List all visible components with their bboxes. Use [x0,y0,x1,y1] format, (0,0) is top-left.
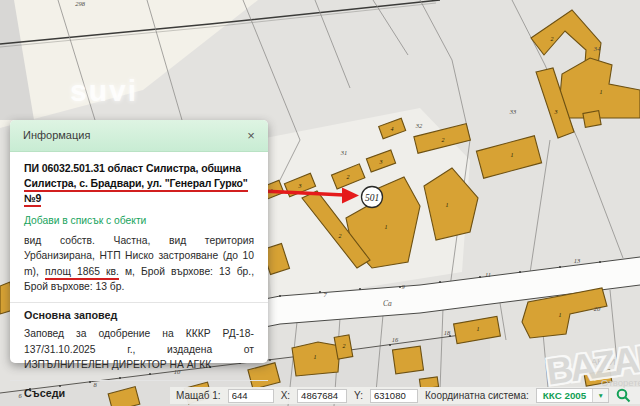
info-panel-body: ПИ 06032.501.31 област Силистра, община … [10,152,268,294]
close-icon[interactable]: × [243,120,259,151]
chevron-down-icon: ▼ [592,389,608,402]
property-title-line2: Силистра, с. Брадвари, ул. "Генерал Гурк… [24,177,248,207]
order-text: Заповед за одобрение на КККР РД-18-137/3… [10,321,268,372]
parcel-number-label: 298 [75,0,86,7]
info-panel-title: Информация [23,129,90,141]
parcel-number-label: 11 [485,271,491,278]
scale-input[interactable] [228,389,274,403]
building-number-label: 2 [339,233,342,239]
building-number-label: 3 [379,159,383,165]
parcel-number-label: 16 [392,336,399,343]
property-title-line1: ПИ 06032.501.31 област Силистра, община [24,162,241,174]
parcel-number-label: 20 [594,305,601,312]
building-number-label: 3 [298,183,302,189]
property-title: ПИ 06032.501.31 област Силистра, община … [24,161,254,207]
building-number-label: 1 [511,152,514,158]
x-label: X: [281,390,290,401]
y-label: Y: [354,390,363,401]
parcel-number-label: 31 [340,149,348,156]
parcel-number-label: 32 [415,122,423,129]
street-label: Са [383,299,392,308]
building-number-label: 2 [343,343,346,349]
building-number-label: 1 [446,202,449,208]
x-coordinate-input[interactable] [297,389,347,403]
building-number-label: 4 [391,126,394,132]
building-number-label: 1 [600,89,603,95]
watermark-corner: suvi [70,74,138,108]
attrs-area-highlight: площ 1865 кв. [45,266,119,280]
parcel-number-label: 34 [593,45,601,52]
building-number-label: 1 [385,224,388,230]
building-number-label: 2 [551,36,554,42]
building-number-label: 3 [554,109,558,115]
order-heading: Основна заповед [10,302,268,321]
parcel-marker-501[interactable]: 501 [362,187,383,208]
y-coordinate-input[interactable] [370,389,418,403]
parcel-number-label: 18 [444,329,451,336]
property-attributes: вид собств. Частна, вид територия Урбани… [24,233,254,295]
search-icon[interactable] [616,388,631,403]
building-number-label: 2 [442,137,445,143]
building-number-label: 1 [477,326,480,332]
parcel-number-label: 33 [509,108,517,115]
scale-label: Мащаб 1: [176,390,221,401]
app-window: 298313233347911161813201086 213214323411… [0,0,640,406]
info-panel: Информация × ПИ 06032.501.31 област Сили… [10,120,268,363]
parcel-number-label: 13 [574,257,581,264]
parcel-marker-label: 501 [365,193,379,203]
building-number-label: 1 [314,354,317,360]
crs-label: Координатна система: [425,390,529,401]
building-number-label: 1 [559,312,562,318]
add-to-list-link[interactable]: Добави в списък с обекти [24,215,254,226]
building-number-label: 2 [347,174,350,180]
info-panel-header: Информация × [10,120,268,152]
